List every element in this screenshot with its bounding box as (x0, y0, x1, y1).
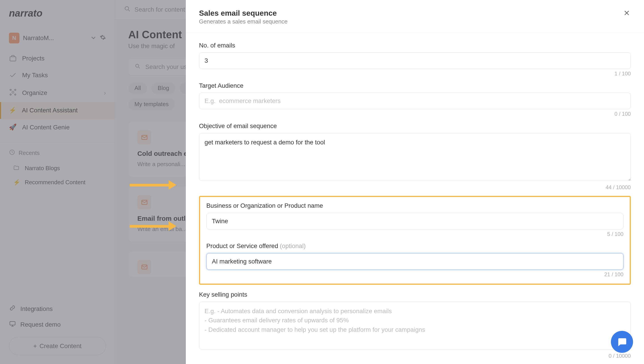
key-selling-textarea[interactable] (199, 302, 631, 350)
char-count: 21 / 100 (206, 272, 624, 278)
target-audience-label: Target Audience (199, 82, 631, 89)
chat-icon (616, 336, 627, 347)
objective-textarea[interactable] (199, 133, 631, 181)
business-name-input[interactable] (206, 213, 624, 230)
char-count: 0 / 10000 (199, 353, 631, 359)
optional-text: (optional) (280, 242, 306, 249)
char-count: 0 / 100 (199, 111, 631, 117)
product-service-input[interactable] (206, 253, 624, 270)
num-emails-input[interactable] (199, 52, 631, 69)
char-count: 44 / 10000 (199, 185, 631, 191)
modal-subtitle: Generates a sales email sequence (199, 18, 288, 25)
char-count: 5 / 100 (206, 231, 624, 237)
product-service-label: Product or Service offered (optional) (206, 242, 624, 250)
target-audience-input[interactable] (199, 93, 631, 109)
char-count: 1 / 100 (199, 71, 631, 77)
highlighted-fields: Business or Organization or Product name… (199, 196, 631, 285)
num-emails-label: No. of emails (199, 42, 631, 49)
close-icon (623, 9, 631, 17)
business-name-label: Business or Organization or Product name (206, 202, 624, 209)
chat-widget-button[interactable] (611, 331, 633, 353)
key-selling-label: Key selling points (199, 291, 631, 298)
modal-title: Sales email sequence (199, 9, 288, 18)
annotation-arrow (130, 180, 177, 190)
annotation-arrow (130, 221, 177, 231)
label-text: Product or Service offered (206, 242, 278, 249)
sales-email-sequence-modal: Sales email sequence Generates a sales e… (186, 0, 644, 364)
objective-label: Objective of email sequence (199, 122, 631, 130)
close-button[interactable] (623, 9, 631, 19)
